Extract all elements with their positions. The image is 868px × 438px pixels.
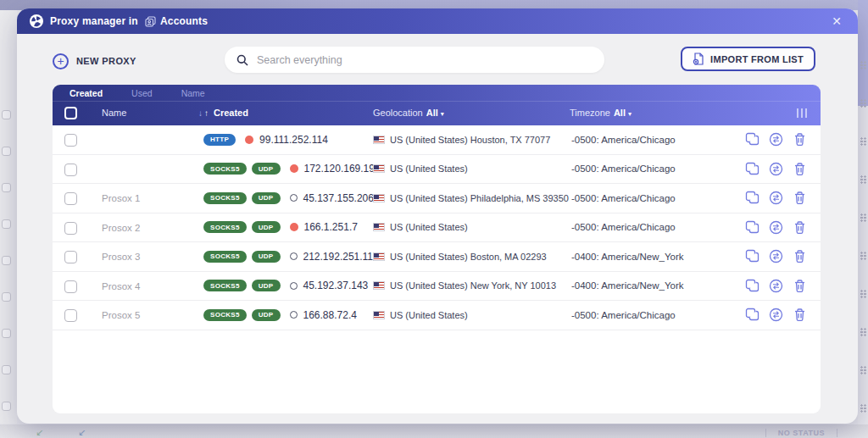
table-header: Created Used Name Name ↓ ↑ Created Geolo… xyxy=(53,85,821,125)
proxy-timezone: -0400: America/New_York xyxy=(571,242,684,271)
swap-icon[interactable] xyxy=(769,220,783,235)
proxy-geolocation-cell: US (United States) xyxy=(373,213,468,242)
protocol-badges: SOCKS5UDP xyxy=(203,280,281,291)
trash-icon[interactable] xyxy=(793,308,807,322)
protocol-badge-udp: UDP xyxy=(252,192,281,204)
row-checkbox[interactable] xyxy=(64,309,77,322)
import-from-list-button[interactable]: IMPORT FROM LIST xyxy=(681,47,815,71)
background-checkbox xyxy=(2,110,11,119)
column-header-timezone[interactable]: TimezoneAll▾ xyxy=(570,108,632,118)
background-arrow-icon: ↙ xyxy=(78,427,86,438)
background-right-tint xyxy=(858,0,868,106)
proxy-name: Prosox 2 xyxy=(102,223,140,233)
sort-tabs: Created Used Name xyxy=(53,85,821,102)
proxy-logo-icon xyxy=(30,14,43,28)
tab-created[interactable]: Created xyxy=(70,88,103,98)
proxy-name: Prosox 3 xyxy=(102,252,140,262)
sort-asc-icon[interactable]: ↑ xyxy=(204,108,209,118)
proxy-ip: 172.120.169.197 xyxy=(304,163,381,175)
background-no-status-label: NO STATUS xyxy=(765,429,837,437)
table-row: Prosox 3 SOCKS5UDP 212.192.251.118 US (U… xyxy=(53,242,821,272)
new-proxy-label: NEW PROXY xyxy=(76,56,136,66)
copy-icon[interactable] xyxy=(745,308,760,322)
proxy-ip: 166.88.72.4 xyxy=(303,309,357,321)
modal-title-context: Accounts xyxy=(160,15,208,27)
import-file-icon xyxy=(693,53,704,65)
new-proxy-button[interactable]: + NEW PROXY xyxy=(53,48,136,74)
protocol-badges: SOCKS5UDP xyxy=(203,221,281,233)
copy-icon[interactable] xyxy=(745,249,760,263)
search-input[interactable] xyxy=(257,54,593,66)
copy-icon[interactable] xyxy=(745,162,760,176)
status-dot xyxy=(290,194,298,202)
protocol-badge-udp: UDP xyxy=(252,221,281,233)
trash-icon[interactable] xyxy=(793,162,807,176)
row-checkbox[interactable] xyxy=(64,192,77,205)
background-checkbox xyxy=(2,183,11,192)
column-header-name[interactable]: Name xyxy=(102,108,126,118)
trash-icon[interactable] xyxy=(793,279,807,293)
row-checkbox[interactable] xyxy=(64,222,77,235)
swap-icon[interactable] xyxy=(769,249,783,263)
column-settings-icon[interactable] xyxy=(797,108,807,118)
proxy-geolocation: US (United States) xyxy=(390,164,468,174)
row-checkbox[interactable] xyxy=(64,164,77,176)
trash-icon[interactable] xyxy=(793,132,807,147)
column-header-geolocation[interactable]: GeolocationAll▾ xyxy=(373,108,444,118)
background-drag-handle-icon xyxy=(860,366,866,374)
trash-icon[interactable] xyxy=(793,220,807,235)
protocol-badge-udp: UDP xyxy=(252,251,281,263)
background-drag-handle-icon xyxy=(860,61,866,69)
row-checkbox[interactable] xyxy=(64,251,77,263)
proxy-geolocation: US (United States) New York, NY 10013 xyxy=(390,280,556,291)
table-row: Prosox 1 SOCKS5UDP 45.137.155.206 US (Un… xyxy=(53,184,821,213)
copy-icon[interactable] xyxy=(745,191,760,205)
trash-icon[interactable] xyxy=(793,249,807,263)
sort-desc-icon[interactable]: ↓ xyxy=(198,108,203,118)
swap-icon[interactable] xyxy=(769,308,783,322)
protocol-badge-socks5: SOCKS5 xyxy=(203,251,247,263)
status-dot xyxy=(290,252,298,260)
row-checkbox[interactable] xyxy=(64,134,77,147)
search-bar xyxy=(225,47,604,73)
us-flag-icon xyxy=(373,281,385,290)
proxy-created-cell: SOCKS5UDP 45.137.155.206 xyxy=(203,184,374,213)
protocol-badge-socks5: SOCKS5 xyxy=(203,221,247,233)
copy-icon[interactable] xyxy=(745,279,760,293)
background-bottom-strip: ↙ ↙ NO STATUS xyxy=(0,424,868,438)
trash-icon[interactable] xyxy=(793,191,807,205)
proxy-ip: 99.111.252.114 xyxy=(259,134,328,146)
background-drag-handle-icon xyxy=(860,252,866,260)
tab-name[interactable]: Name xyxy=(181,88,205,98)
select-all-checkbox[interactable] xyxy=(64,107,77,119)
close-icon[interactable]: ✕ xyxy=(828,14,845,29)
protocol-badge-socks5: SOCKS5 xyxy=(203,309,247,321)
copy-icon[interactable] xyxy=(745,132,760,147)
swap-icon[interactable] xyxy=(769,132,783,147)
table-body: HTTP 99.111.252.114 US (United States) H… xyxy=(53,125,821,413)
background-checkbox xyxy=(2,256,11,265)
tab-used[interactable]: Used xyxy=(131,88,153,98)
row-checkbox[interactable] xyxy=(64,280,77,293)
proxy-geolocation-cell: US (United States) New York, NY 10013 xyxy=(373,272,556,301)
proxy-created-cell: SOCKS5UDP 166.88.72.4 xyxy=(203,301,357,330)
proxy-timezone: -0500: America/Chicago xyxy=(571,155,676,184)
proxy-geolocation-cell: US (United States) xyxy=(373,155,468,184)
background-drag-handle-icon xyxy=(860,137,866,146)
background-checkbox xyxy=(2,292,11,302)
swap-icon[interactable] xyxy=(769,162,783,176)
table-row: Prosox 4 SOCKS5UDP 45.192.37.143 US (Uni… xyxy=(53,272,821,302)
plus-icon: + xyxy=(53,53,69,69)
background-drag-handle-icon xyxy=(860,290,866,298)
us-flag-icon xyxy=(373,223,385,231)
proxy-geolocation: US (United States) Houston, TX 77077 xyxy=(390,135,550,145)
status-dot xyxy=(245,136,253,144)
us-flag-icon xyxy=(373,136,385,144)
proxy-geolocation: US (United States) xyxy=(390,310,468,320)
swap-icon[interactable] xyxy=(769,191,783,205)
column-header-created[interactable]: ↓ ↑ Created xyxy=(198,108,248,118)
swap-icon[interactable] xyxy=(769,279,783,293)
copy-icon[interactable] xyxy=(745,220,760,235)
proxy-created-cell: SOCKS5UDP 45.192.37.143 xyxy=(203,272,368,301)
proxy-geolocation: US (United States) Boston, MA 02293 xyxy=(390,252,547,262)
